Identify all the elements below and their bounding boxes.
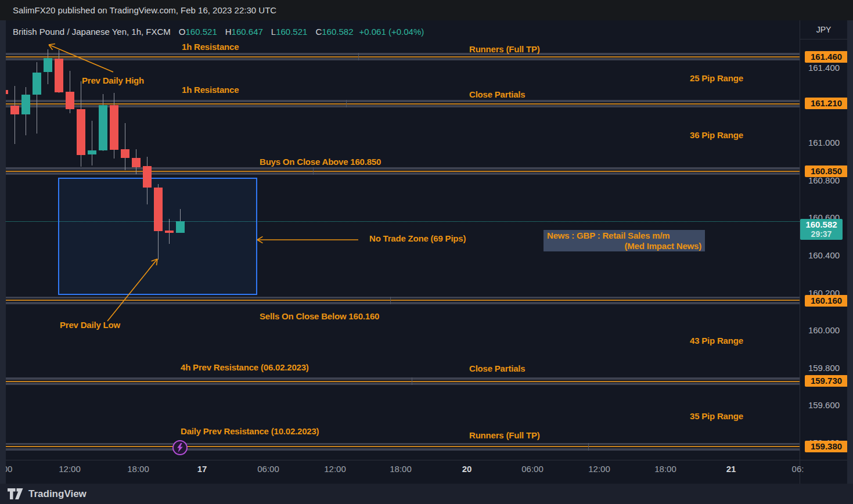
tradingview-brand-text[interactable]: TradingView <box>28 488 87 500</box>
arrow-annotation[interactable] <box>49 44 113 72</box>
ohlc-values: O160.521H160.647L160.521C160.582 <box>171 27 354 37</box>
symbol-title: British Pound / Japanese Yen, 1h, FXCM <box>13 27 171 37</box>
price-axis-currency-divider <box>800 39 847 39</box>
price-tick-label: 160.000 <box>800 325 847 335</box>
price-tick-label: 161.400 <box>800 63 847 73</box>
time-axis-separator <box>6 460 847 460</box>
news-callout-line2: (Med Impact News) <box>547 241 701 251</box>
symbol-header: British Pound / Japanese Yen, 1h, FXCMO1… <box>13 27 424 37</box>
drawing-annotation-text[interactable]: 36 Pip Range <box>690 130 743 140</box>
drawing-annotation-text[interactable]: Close Partials <box>469 89 525 99</box>
time-tick-label: 18:00 <box>390 464 412 474</box>
drawing-annotation-text[interactable]: Prev Daily Low <box>60 320 120 330</box>
drawing-annotation-text[interactable]: Daily Prev Resistance (10.02.2023) <box>181 426 319 436</box>
price-tick-label: 160.400 <box>800 250 847 260</box>
drawing-annotation-text[interactable]: Prev Daily High <box>82 75 144 85</box>
drawing-annotation-text[interactable]: Close Partials <box>469 363 525 373</box>
level-price-axis-label: 161.460 <box>805 51 847 63</box>
drawing-annotation-text[interactable]: 1h Resistance <box>182 85 239 95</box>
drawing-annotation-text[interactable]: 43 Pip Range <box>690 336 743 345</box>
tradingview-logo-icon[interactable] <box>8 488 23 499</box>
published-bar: SalimFX20 published on TradingView.com, … <box>0 0 853 20</box>
ohlc-l-value: L160.521 <box>271 27 308 37</box>
time-tick-label: 12:00 <box>588 464 610 474</box>
current-price-axis-label: 160.58229:37 <box>800 219 843 240</box>
time-tick-label: 06: <box>792 464 804 474</box>
price-tick-label: 159.600 <box>800 400 847 410</box>
arrow-annotation[interactable] <box>257 236 358 243</box>
level-price-axis-label: 161.210 <box>805 98 847 109</box>
bar-countdown-timer: 29:37 <box>800 229 843 239</box>
current-price-value: 160.582 <box>800 219 843 229</box>
time-tick-label: 18:00 <box>127 464 149 474</box>
price-tick-label: 161.000 <box>800 138 847 147</box>
ohlc-o-value: O160.521 <box>179 27 217 37</box>
time-tick-label: 20 <box>462 464 472 474</box>
ohlc-c-value: C160.582 <box>315 27 353 37</box>
arrow-annotation[interactable] <box>107 259 157 321</box>
level-price-axis-label: 160.850 <box>805 165 847 177</box>
drawing-annotation-text[interactable]: 4h Prev Resistance (06.02.2023) <box>181 362 309 372</box>
price-axis-separator <box>800 20 800 484</box>
drawing-annotation-text[interactable]: 35 Pip Range <box>690 411 743 421</box>
drawing-annotation-text[interactable]: Runners (Full TP) <box>469 430 540 440</box>
time-tick-label: 18:00 <box>654 464 676 474</box>
lightning-bolt-icon <box>177 443 183 452</box>
published-bar-text: SalimFX20 published on TradingView.com, … <box>13 5 276 15</box>
level-price-axis-label: 160.160 <box>805 295 847 307</box>
time-tick-label: 12:00 <box>324 464 346 474</box>
drawing-annotation-text[interactable]: 25 Pip Range <box>690 73 743 83</box>
time-tick-label: 12:00 <box>59 464 81 474</box>
time-tick-label: 06:00 <box>521 464 544 474</box>
news-event-lightning-icon[interactable] <box>172 440 188 455</box>
drawing-annotation-text[interactable]: Runners (Full TP) <box>469 44 540 54</box>
chart-pane[interactable]: 161.460161.210160.850160.160159.730159.3… <box>6 20 847 484</box>
drawing-annotation-text[interactable]: Sells On Close Below 160.160 <box>260 311 379 321</box>
time-tick-label: 00 <box>6 464 12 474</box>
drawing-annotation-text[interactable]: No Trade Zone (69 Pips) <box>369 233 466 243</box>
news-callout-line1: News : GBP : Retail Sales m/m <box>547 231 701 241</box>
level-price-axis-label: 159.380 <box>805 441 847 452</box>
time-tick-label: 21 <box>726 464 736 474</box>
price-change: +0.061 (+0.04%) <box>359 27 424 37</box>
ohlc-h-value: H160.647 <box>225 27 263 37</box>
tradingview-published-chart: { "published_bar": { "text": "SalimFX20 … <box>0 0 853 504</box>
news-callout-box[interactable]: News : GBP : Retail Sales m/m(Med Impact… <box>544 230 705 251</box>
price-axis-currency-label: JPY <box>800 25 847 34</box>
price-tick-label: 159.800 <box>800 363 847 373</box>
level-price-axis-label: 159.730 <box>805 375 847 387</box>
drawing-annotation-text[interactable]: 1h Resistance <box>182 42 239 52</box>
time-tick-label: 17 <box>197 464 207 474</box>
time-tick-label: 06:00 <box>257 464 279 474</box>
drawing-annotation-text[interactable]: Buys On Close Above 160.850 <box>260 157 381 167</box>
attribution-bar: TradingView <box>0 484 853 504</box>
